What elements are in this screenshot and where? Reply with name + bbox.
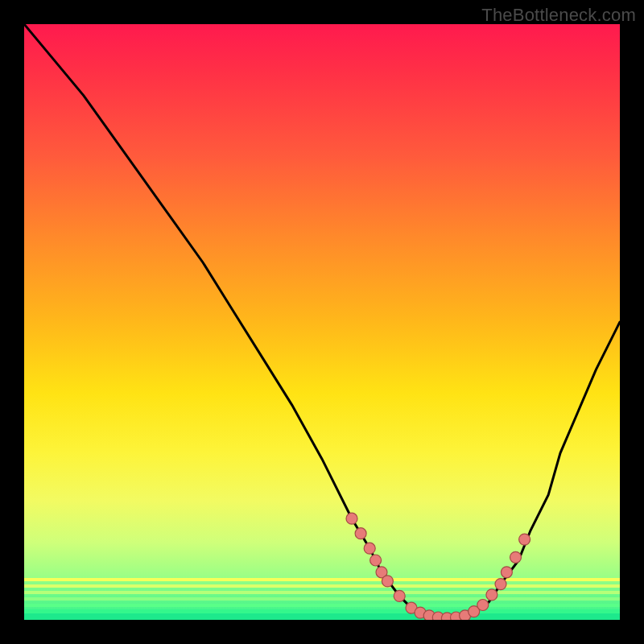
data-point [370, 555, 382, 566]
data-point [477, 600, 489, 611]
data-point [519, 534, 530, 545]
data-point [501, 567, 512, 578]
data-markers [346, 513, 530, 620]
data-point [346, 513, 357, 524]
plot-area [24, 24, 620, 620]
data-point [486, 589, 497, 601]
bottleneck-curve [24, 24, 620, 620]
watermark-text: TheBottleneck.com [481, 5, 636, 26]
data-point [394, 590, 405, 601]
data-point [510, 551, 522, 563]
chart-svg [24, 24, 620, 620]
data-point [495, 579, 506, 590]
data-point [382, 576, 393, 587]
data-point [364, 543, 375, 554]
data-point [355, 528, 366, 539]
